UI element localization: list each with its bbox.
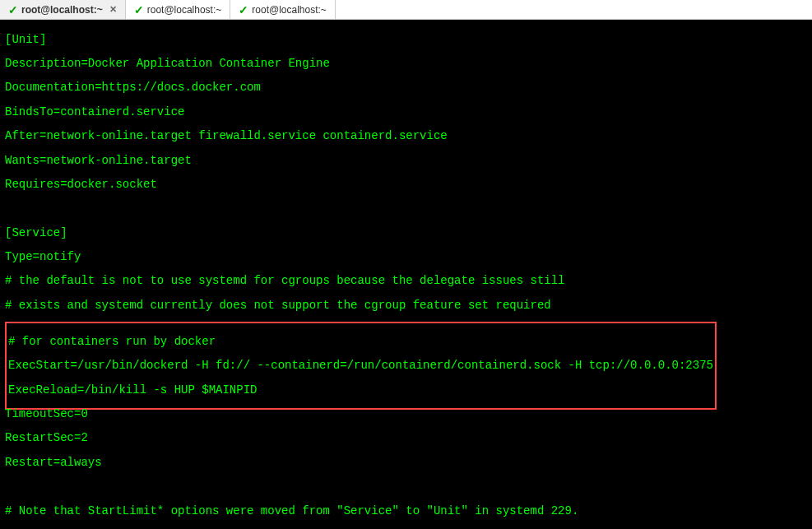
blank-line (5, 480, 807, 493)
comment-line: # for containers run by docker (8, 336, 713, 348)
service-section-header: [Service] (5, 227, 807, 239)
config-line: Description=Docker Application Container… (5, 58, 807, 70)
highlighted-execstart-block: # for containers run by docker ExecStart… (5, 322, 717, 410)
checkmark-icon: ✓ (239, 3, 248, 16)
terminal-tab-1[interactable]: ✓ root@localhost:~ ✕ (0, 0, 126, 19)
tab-label: root@localhost:~ (252, 4, 327, 16)
config-line: BindsTo=containerd.service (5, 106, 807, 118)
config-line: Documentation=https://docs.docker.com (5, 81, 807, 94)
config-line: TimeoutSec=0 (5, 408, 807, 420)
execreload-line: ExecReload=/bin/kill -s HUP $MAINPID (8, 384, 713, 397)
blank-line (5, 202, 807, 215)
unit-section-header: [Unit] (5, 34, 807, 46)
config-line: Restart=always (5, 457, 807, 469)
close-icon[interactable]: ✕ (109, 4, 117, 15)
terminal-tab-2[interactable]: ✓ root@localhost:~ (126, 0, 231, 19)
config-line: RestartSec=2 (5, 432, 807, 444)
tab-bar: ✓ root@localhost:~ ✕ ✓ root@localhost:~ … (0, 0, 812, 20)
tab-label: root@localhost:~ (21, 4, 103, 16)
config-line: Requires=docker.socket (5, 179, 807, 191)
comment-line: # Note that StartLimit* options were mov… (5, 505, 807, 517)
config-line: Type=notify (5, 251, 807, 263)
config-line: Wants=network-online.target (5, 155, 807, 167)
checkmark-icon: ✓ (8, 3, 18, 16)
comment-line: # exists and systemd currently does not … (5, 299, 807, 312)
tab-label: root@localhost:~ (147, 4, 222, 16)
config-line: After=network-online.target firewalld.se… (5, 130, 807, 142)
comment-line: # the default is not to use systemd for … (5, 275, 807, 287)
checkmark-icon: ✓ (134, 3, 144, 16)
terminal-output[interactable]: [Unit] Description=Docker Application Co… (0, 20, 812, 529)
execstart-line: ExecStart=/usr/bin/dockerd -H fd:// --co… (8, 360, 713, 372)
terminal-tab-3[interactable]: ✓ root@localhost:~ (230, 0, 336, 19)
